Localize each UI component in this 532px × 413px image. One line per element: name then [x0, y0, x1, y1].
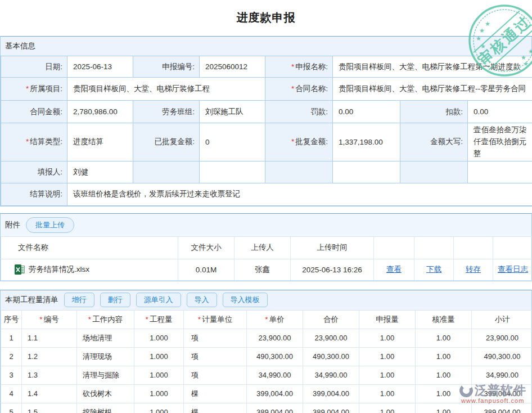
delete-row-button[interactable]: 删行 [100, 293, 130, 307]
labor-team-value: 刘琛施工队 [200, 101, 265, 123]
table-row[interactable]: 5 1.5 挖除树根 1.000 棵 389,004.00 389,004.00… [1, 403, 532, 413]
cell-code: 1.2 [22, 347, 77, 366]
worklist-table: 序号 *编号 *工作内容 *工程量 *计量单位 *单价 合价 申报量 核准量 小… [1, 310, 532, 413]
contract-name-label: *合同名称: [265, 78, 333, 101]
date-value: 2025-06-13 [67, 56, 133, 78]
cell-declared-qty: 1.00 [359, 347, 416, 366]
cell-quantity: 1.000 [134, 366, 184, 384]
cell-approved-qty: 1.00 [416, 366, 472, 384]
col-declared-qty: 申报量 [359, 310, 416, 329]
cell-subtotal: 23,900.00 [472, 329, 532, 347]
cell-subtotal: 399,004.00 [472, 384, 532, 403]
labor-team-label: 劳务班组: [133, 101, 200, 123]
decl-name-value: 贵阳项目样板间、大堂、电梯厅装修工程第一期进度款 [333, 56, 532, 78]
approved-before-label: 已批复金额: [133, 123, 200, 161]
table-row[interactable]: 1 1.1 场地清理 1.000 项 23,900.00 23,900.00 1… [1, 329, 532, 347]
transfer-link[interactable]: 转存 [466, 265, 481, 273]
cell-code: 1.5 [22, 403, 77, 413]
worklist-header-row: 序号 *编号 *工作内容 *工程量 *计量单位 *单价 合价 申报量 核准量 小… [1, 310, 532, 329]
cell-work-content: 场地清理 [77, 329, 134, 347]
col-subtotal: 小计 [472, 310, 532, 329]
required-mark: * [291, 62, 294, 71]
required-mark: * [265, 315, 268, 324]
cell-approved-qty: 1.00 [416, 403, 472, 413]
cell-declared-qty: 1.00 [359, 329, 416, 347]
col-approved-qty: 核准量 [416, 310, 472, 329]
col-code: *编号 [22, 310, 77, 329]
reporter-value: 刘健 [67, 161, 133, 183]
cell-seq: 5 [1, 403, 22, 413]
worklist-header: 本期工程量清单 增行 删行 源单引入 导入 导入模板 [1, 290, 531, 310]
amount-words-value: 壹佰叁拾叁万柒仟壹佰玖拾捌元整 [468, 123, 532, 161]
attachment-row: 劳务结算情况.xlsx 0.01M 张鑫 2025-06-13 16:26 查看… [1, 259, 532, 280]
import-button[interactable]: 导入 [187, 293, 217, 307]
table-row[interactable]: 4 1.4 砍伐树木 1.000 棵 399,004.00 399,004.00… [1, 384, 532, 403]
cell-code: 1.3 [22, 366, 77, 384]
table-row[interactable]: 3 1.3 清理与掘除 1.000 项 34,990.00 34,990.00 … [1, 366, 532, 384]
cell-declared-qty: 1.00 [359, 403, 416, 413]
penalty-value: 0.00 [333, 101, 400, 123]
required-mark: * [198, 315, 201, 324]
required-mark: * [26, 137, 29, 146]
empty-header-cell [493, 236, 532, 259]
reporter-label: 填报人: [1, 161, 67, 183]
table-row[interactable]: 2 1.2 清理现场 1.000 项 490,300.00 490,300.00… [1, 347, 532, 366]
required-mark: * [146, 315, 148, 324]
attachments-title: 附件 [5, 220, 20, 230]
decl-no-label: 申报编号: [133, 56, 200, 78]
view-log-link[interactable]: 查看日志 [498, 265, 528, 273]
cell-code: 1.1 [22, 329, 77, 347]
cell-total-price: 23,900.00 [303, 329, 359, 347]
decl-no-value: 2025060012 [200, 56, 265, 78]
empty-label-cell [133, 161, 200, 183]
add-row-button[interactable]: 增行 [64, 293, 94, 307]
empty-value-cell [200, 161, 265, 183]
file-name-cell: 劳务结算情况.xlsx [1, 259, 178, 280]
source-import-button[interactable]: 源单引入 [136, 293, 181, 307]
cell-declared-qty: 1.00 [359, 384, 416, 403]
download-link[interactable]: 下载 [426, 265, 441, 273]
basic-info-section: 基本信息 日期: 2025-06-13 申报编号: 2025060012 *申报… [0, 36, 532, 206]
cell-unit-price: 23,900.00 [247, 329, 303, 347]
required-mark: * [291, 137, 294, 146]
amount-words-label: 金额大写: [400, 123, 468, 161]
cell-unit: 棵 [184, 384, 247, 403]
file-name: 劳务结算情况.xlsx [29, 264, 89, 275]
cell-unit: 项 [184, 366, 247, 384]
cell-quantity: 1.000 [134, 384, 184, 403]
contract-amount-value: 2,780,986.00 [67, 101, 133, 123]
cell-total-price: 399,004.00 [303, 384, 359, 403]
cell-declared-qty: 1.00 [359, 366, 416, 384]
empty-header-cell [374, 236, 414, 259]
required-mark: * [26, 84, 29, 93]
empty-value-cell [468, 161, 532, 183]
empty-label-cell [265, 161, 333, 183]
required-mark: * [88, 315, 91, 324]
cell-approved-qty: 1.00 [416, 329, 472, 347]
cell-code: 1.4 [22, 384, 77, 403]
col-seq: 序号 [1, 310, 22, 329]
cell-seq: 1 [1, 329, 22, 347]
cell-seq: 2 [1, 347, 22, 366]
cell-seq: 3 [1, 366, 22, 384]
date-label: 日期: [1, 56, 67, 78]
cell-unit: 项 [184, 329, 247, 347]
cell-work-content: 清理与掘除 [77, 366, 134, 384]
import-template-button[interactable]: 导入模板 [223, 293, 268, 307]
settle-type-value: 进度结算 [67, 123, 133, 161]
cell-work-content: 砍伐树木 [77, 384, 134, 403]
attachments-header: 附件 批量上传 [1, 214, 531, 236]
cell-work-content: 清理现场 [77, 347, 134, 366]
settle-type-label: *结算类型: [1, 123, 67, 161]
attachments-section: 附件 批量上传 文件名称 文件大小 上传人 上传时间 [0, 213, 532, 281]
settle-note-label: 结算说明: [1, 183, 67, 205]
batch-upload-button[interactable]: 批量上传 [26, 217, 74, 233]
view-link[interactable]: 查看 [386, 265, 402, 273]
deduction-label: 扣款: [400, 101, 468, 123]
page-title: 进度款申报 [0, 0, 532, 36]
cell-quantity: 1.000 [134, 403, 184, 413]
approved-amount-label: *批复金额: [265, 123, 333, 161]
empty-header-cell [414, 236, 454, 259]
approved-amount-value: 1,337,198.00 [333, 123, 400, 161]
col-quantity: *工程量 [134, 310, 184, 329]
